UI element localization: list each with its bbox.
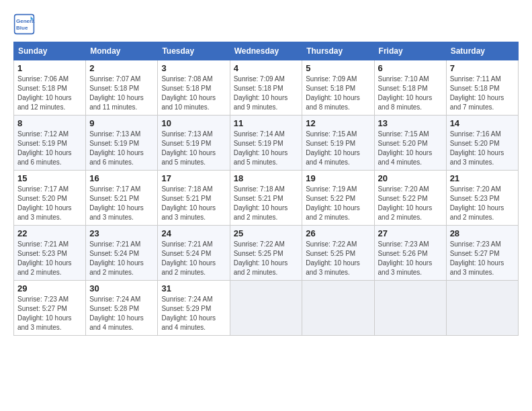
day-number: 27 [378, 228, 443, 238]
day-detail: Sunrise: 7:14 AMSunset: 5:19 PMDaylight:… [234, 130, 288, 166]
day-detail: Sunrise: 7:12 AMSunset: 5:19 PMDaylight:… [17, 130, 72, 166]
calendar-day-cell: 9 Sunrise: 7:13 AMSunset: 5:19 PMDayligh… [86, 116, 158, 171]
day-detail: Sunrise: 7:13 AMSunset: 5:19 PMDaylight:… [161, 130, 216, 166]
calendar-day-cell: 31 Sunrise: 7:24 AMSunset: 5:29 PMDaylig… [158, 281, 230, 336]
day-detail: Sunrise: 7:09 AMSunset: 5:18 PMDaylight:… [306, 75, 360, 111]
day-detail: Sunrise: 7:13 AMSunset: 5:19 PMDaylight:… [89, 130, 144, 166]
calendar-day-cell: 29 Sunrise: 7:23 AMSunset: 5:27 PMDaylig… [14, 281, 86, 336]
calendar-day-cell: 12 Sunrise: 7:15 AMSunset: 5:19 PMDaylig… [302, 116, 374, 171]
day-detail: Sunrise: 7:22 AMSunset: 5:25 PMDaylight:… [306, 240, 360, 276]
day-detail: Sunrise: 7:17 AMSunset: 5:21 PMDaylight:… [89, 185, 144, 221]
calendar-day-cell: 2 Sunrise: 7:07 AMSunset: 5:18 PMDayligh… [86, 60, 158, 116]
day-detail: Sunrise: 7:18 AMSunset: 5:21 PMDaylight:… [234, 185, 288, 221]
day-detail: Sunrise: 7:15 AMSunset: 5:20 PMDaylight:… [378, 130, 433, 166]
day-detail: Sunrise: 7:18 AMSunset: 5:21 PMDaylight:… [161, 185, 216, 221]
day-number: 12 [306, 118, 370, 128]
calendar-header-row: SundayMondayTuesdayWednesdayThursdayFrid… [14, 42, 519, 60]
col-header-saturday: Saturday [446, 42, 518, 60]
calendar-day-cell: 26 Sunrise: 7:22 AMSunset: 5:25 PMDaylig… [302, 226, 374, 281]
day-number: 19 [306, 173, 370, 183]
day-number: 20 [378, 173, 443, 183]
day-number: 9 [89, 118, 154, 128]
day-number: 25 [234, 228, 299, 238]
calendar-week-row: 1 Sunrise: 7:06 AMSunset: 5:18 PMDayligh… [14, 60, 519, 116]
day-detail: Sunrise: 7:21 AMSunset: 5:23 PMDaylight:… [17, 240, 72, 276]
day-number: 2 [89, 63, 154, 73]
day-detail: Sunrise: 7:11 AMSunset: 5:18 PMDaylight:… [450, 75, 504, 111]
calendar-day-cell: 22 Sunrise: 7:21 AMSunset: 5:23 PMDaylig… [14, 226, 86, 281]
calendar-week-row: 15 Sunrise: 7:17 AMSunset: 5:20 PMDaylig… [14, 171, 519, 226]
calendar-day-cell: 17 Sunrise: 7:18 AMSunset: 5:21 PMDaylig… [158, 171, 230, 226]
day-number: 5 [306, 63, 370, 73]
calendar-day-cell: 10 Sunrise: 7:13 AMSunset: 5:19 PMDaylig… [158, 116, 230, 171]
calendar-day-cell: 15 Sunrise: 7:17 AMSunset: 5:20 PMDaylig… [14, 171, 86, 226]
day-detail: Sunrise: 7:15 AMSunset: 5:19 PMDaylight:… [306, 130, 360, 166]
logo-icon: General Blue [13, 13, 35, 35]
calendar-day-cell: 6 Sunrise: 7:10 AMSunset: 5:18 PMDayligh… [374, 60, 446, 116]
day-number: 23 [89, 228, 154, 238]
day-detail: Sunrise: 7:19 AMSunset: 5:22 PMDaylight:… [306, 185, 360, 221]
day-number: 24 [161, 228, 226, 238]
col-header-wednesday: Wednesday [230, 42, 302, 60]
calendar-day-cell: 14 Sunrise: 7:16 AMSunset: 5:20 PMDaylig… [446, 116, 518, 171]
calendar-week-row: 29 Sunrise: 7:23 AMSunset: 5:27 PMDaylig… [14, 281, 519, 336]
day-number: 10 [161, 118, 226, 128]
day-number: 16 [89, 173, 154, 183]
day-detail: Sunrise: 7:20 AMSunset: 5:22 PMDaylight:… [378, 185, 433, 221]
day-detail: Sunrise: 7:17 AMSunset: 5:20 PMDaylight:… [17, 185, 72, 221]
calendar-day-cell: 21 Sunrise: 7:20 AMSunset: 5:23 PMDaylig… [446, 171, 518, 226]
calendar-day-cell [230, 281, 302, 336]
day-number: 17 [161, 173, 226, 183]
day-number: 4 [234, 63, 299, 73]
col-header-sunday: Sunday [14, 42, 86, 60]
calendar-day-cell [374, 281, 446, 336]
calendar-day-cell: 4 Sunrise: 7:09 AMSunset: 5:18 PMDayligh… [230, 60, 302, 116]
day-detail: Sunrise: 7:09 AMSunset: 5:18 PMDaylight:… [234, 75, 288, 111]
col-header-friday: Friday [374, 42, 446, 60]
calendar-day-cell: 11 Sunrise: 7:14 AMSunset: 5:19 PMDaylig… [230, 116, 302, 171]
day-number: 8 [17, 118, 82, 128]
day-number: 7 [450, 63, 515, 73]
calendar-day-cell: 23 Sunrise: 7:21 AMSunset: 5:24 PMDaylig… [86, 226, 158, 281]
calendar-day-cell: 16 Sunrise: 7:17 AMSunset: 5:21 PMDaylig… [86, 171, 158, 226]
calendar-day-cell: 1 Sunrise: 7:06 AMSunset: 5:18 PMDayligh… [14, 60, 86, 116]
day-number: 21 [450, 173, 515, 183]
calendar-day-cell [302, 281, 374, 336]
day-number: 14 [450, 118, 515, 128]
day-number: 13 [378, 118, 443, 128]
day-number: 3 [161, 63, 226, 73]
logo: General Blue [13, 13, 38, 35]
calendar-day-cell: 7 Sunrise: 7:11 AMSunset: 5:18 PMDayligh… [446, 60, 518, 116]
calendar-day-cell: 18 Sunrise: 7:18 AMSunset: 5:21 PMDaylig… [230, 171, 302, 226]
calendar-day-cell: 30 Sunrise: 7:24 AMSunset: 5:28 PMDaylig… [86, 281, 158, 336]
calendar-day-cell: 25 Sunrise: 7:22 AMSunset: 5:25 PMDaylig… [230, 226, 302, 281]
calendar-day-cell: 3 Sunrise: 7:08 AMSunset: 5:18 PMDayligh… [158, 60, 230, 116]
day-number: 15 [17, 173, 82, 183]
calendar-day-cell: 19 Sunrise: 7:19 AMSunset: 5:22 PMDaylig… [302, 171, 374, 226]
calendar-day-cell: 8 Sunrise: 7:12 AMSunset: 5:19 PMDayligh… [14, 116, 86, 171]
day-number: 11 [234, 118, 299, 128]
calendar-day-cell: 24 Sunrise: 7:21 AMSunset: 5:24 PMDaylig… [158, 226, 230, 281]
col-header-thursday: Thursday [302, 42, 374, 60]
day-number: 18 [234, 173, 299, 183]
calendar-day-cell: 5 Sunrise: 7:09 AMSunset: 5:18 PMDayligh… [302, 60, 374, 116]
calendar-week-row: 22 Sunrise: 7:21 AMSunset: 5:23 PMDaylig… [14, 226, 519, 281]
day-detail: Sunrise: 7:21 AMSunset: 5:24 PMDaylight:… [89, 240, 144, 276]
day-number: 29 [17, 283, 82, 293]
day-detail: Sunrise: 7:23 AMSunset: 5:27 PMDaylight:… [17, 295, 72, 331]
svg-text:Blue: Blue [16, 25, 28, 31]
day-detail: Sunrise: 7:16 AMSunset: 5:20 PMDaylight:… [450, 130, 504, 166]
calendar-week-row: 8 Sunrise: 7:12 AMSunset: 5:19 PMDayligh… [14, 116, 519, 171]
day-detail: Sunrise: 7:23 AMSunset: 5:27 PMDaylight:… [450, 240, 504, 276]
calendar-day-cell [446, 281, 518, 336]
day-number: 28 [450, 228, 515, 238]
calendar-day-cell: 28 Sunrise: 7:23 AMSunset: 5:27 PMDaylig… [446, 226, 518, 281]
day-detail: Sunrise: 7:23 AMSunset: 5:26 PMDaylight:… [378, 240, 433, 276]
day-detail: Sunrise: 7:10 AMSunset: 5:18 PMDaylight:… [378, 75, 433, 111]
day-detail: Sunrise: 7:22 AMSunset: 5:25 PMDaylight:… [234, 240, 288, 276]
day-number: 22 [17, 228, 82, 238]
day-detail: Sunrise: 7:06 AMSunset: 5:18 PMDaylight:… [17, 75, 72, 111]
calendar-table: SundayMondayTuesdayWednesdayThursdayFrid… [13, 42, 519, 336]
day-detail: Sunrise: 7:24 AMSunset: 5:28 PMDaylight:… [89, 295, 144, 331]
col-header-tuesday: Tuesday [158, 42, 230, 60]
